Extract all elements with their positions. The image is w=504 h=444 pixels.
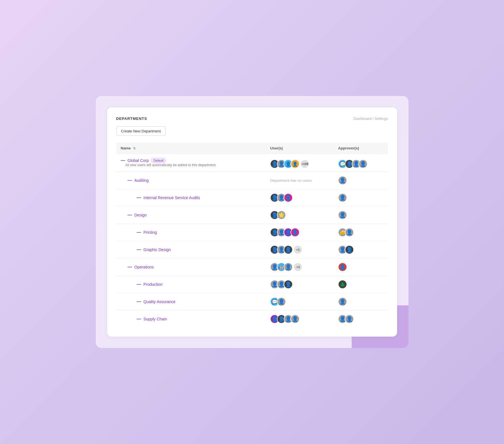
dept-name-auditing: — Auditing — [121, 178, 261, 183]
table-header-row: Name ⇅ User(s) Approver(s) — [116, 143, 388, 154]
dept-name-quality-assurance: — Quality Assurance — [121, 299, 261, 304]
departments-table: Name ⇅ User(s) Approver(s) — Global Corp… — [116, 143, 388, 328]
table-row: — Supply Chain 👤 👤 👤 👤 — [116, 310, 388, 328]
avatar-stack: 👤 — [338, 176, 383, 185]
avatar: 👤 — [291, 159, 300, 168]
no-users-text: Department has no users. — [270, 178, 313, 183]
users-cell-operations: 👤 🤖 👤 +3 — [266, 259, 333, 276]
dept-name-cell: — Operations — [116, 259, 266, 276]
table-row: — Global Corp Default All new users will… — [116, 154, 388, 172]
avatar-stack: 👤 — [338, 262, 383, 272]
avatar-stack: 👤 — [338, 210, 383, 220]
avatar: 👤 — [338, 262, 347, 272]
avatar: 👤 — [338, 193, 347, 202]
avatar-stack: 👤 — [338, 193, 383, 202]
avatar: 👤 — [284, 245, 293, 254]
users-cell-irs: 👤 👤 👤 — [266, 189, 333, 207]
page-wrapper: DEPARTMENTS Dashboard / Settings Create … — [96, 96, 408, 348]
avatar-stack: 👤 👤 — [338, 245, 383, 254]
global-corp-description: All new users will automatically be adde… — [121, 163, 261, 170]
dept-name-cell: — Internal Revenue Service Audits — [116, 189, 266, 207]
dept-name-cell: — Supply Chain — [116, 310, 266, 328]
avatar: 👤 — [358, 159, 368, 168]
avatar: 🌟 — [277, 210, 286, 220]
approvers-cell-operations: 👤 — [333, 259, 388, 276]
dept-name-irs-audits: — Internal Revenue Service Audits — [121, 195, 261, 200]
avatar-stack: 👤 👤 👤 — [270, 280, 329, 289]
users-cell-global-corp: 👤 👤 👤 👤 +109 — [266, 154, 333, 172]
avatar: 👤 — [291, 228, 300, 237]
avatar: 👤 — [291, 314, 300, 324]
avatar: 👤 — [338, 176, 347, 185]
dept-name-graphic-design: — Graphic Design — [121, 247, 261, 252]
col-header-name: Name ⇅ — [116, 143, 266, 154]
dept-name-printing: — Printing — [121, 230, 261, 235]
dept-name-cell: — Graphic Design — [116, 241, 266, 259]
avatar-stack: 👤 👤 👤 👤 — [270, 314, 329, 324]
avatar-stack: 💬 👤 👤 👤 — [338, 159, 383, 168]
card-header: DEPARTMENTS Dashboard / Settings — [116, 116, 388, 121]
avatar-stack: 👤 🌟 — [270, 210, 329, 220]
avatar: 👤 — [338, 297, 347, 306]
sort-icon[interactable]: ⇅ — [133, 147, 136, 150]
users-count: +3 — [293, 262, 302, 272]
dept-name-cell: — Auditing — [116, 172, 266, 189]
avatar-stack: 💬 👤 — [270, 297, 329, 306]
table-row: — Operations 👤 🤖 👤 +3 — [116, 259, 388, 276]
dept-name-cell: — Global Corp Default All new users will… — [116, 154, 266, 172]
table-row: — Graphic Design 👤 👤 👤 +1 — [116, 241, 388, 259]
avatar-stack: 👤 👤 👤 +1 — [270, 245, 329, 254]
table-row: — Auditing Department has no users. 👤 — [116, 172, 388, 189]
page-title: DEPARTMENTS — [116, 116, 147, 121]
approvers-cell-graphic-design: 👤 👤 — [333, 241, 388, 259]
avatar-stack: 👤 🤖 👤 +3 — [270, 262, 329, 272]
breadcrumb: Dashboard / Settings — [353, 116, 388, 121]
approvers-cell-printing: 🧀 👤 — [333, 224, 388, 241]
avatar: 👤 — [345, 314, 354, 324]
default-badge: Default — [151, 158, 166, 163]
approvers-cell-supply-chain: 👤 👤 — [333, 310, 388, 328]
users-count: +1 — [293, 245, 302, 254]
table-row: — Production 👤 👤 👤 🌲 — [116, 276, 388, 293]
avatar: 👤 — [345, 228, 354, 237]
users-cell-production: 👤 👤 👤 — [266, 276, 333, 293]
table-row: — Quality Assurance 💬 👤 👤 — [116, 293, 388, 310]
users-cell-auditing: Department has no users. — [266, 172, 333, 189]
approvers-cell-irs: 👤 — [333, 189, 388, 207]
dept-name-operations: — Operations — [121, 264, 261, 270]
table-row: — Design 👤 🌟 👤 — [116, 207, 388, 224]
avatar-stack: 👤 👤 👤 👤 +109 — [270, 159, 329, 168]
users-cell-printing: 👤 👤 👤 👤 — [266, 224, 333, 241]
create-new-department-button[interactable]: Create New Department — [116, 126, 166, 136]
dept-name-production: — Production — [121, 282, 261, 287]
users-cell-qa: 💬 👤 — [266, 293, 333, 310]
avatar-stack: 🌲 — [338, 280, 383, 289]
main-card: DEPARTMENTS Dashboard / Settings Create … — [107, 107, 397, 337]
approvers-cell-design: 👤 — [333, 207, 388, 224]
dept-name-cell: — Printing — [116, 224, 266, 241]
users-count: +109 — [300, 159, 309, 168]
avatar: 👤 — [345, 245, 354, 254]
table-row: — Printing 👤 👤 👤 👤 — [116, 224, 388, 241]
approvers-cell-global-corp: 💬 👤 👤 👤 — [333, 154, 388, 172]
approvers-cell-qa: 👤 — [333, 293, 388, 310]
col-header-users: User(s) — [266, 143, 333, 154]
col-header-approvers: Approver(s) — [333, 143, 388, 154]
avatar: 👤 — [284, 193, 293, 202]
avatar: 🌲 — [338, 280, 347, 289]
approvers-cell-auditing: 👤 — [333, 172, 388, 189]
avatar: 👤 — [277, 297, 286, 306]
users-cell-graphic-design: 👤 👤 👤 +1 — [266, 241, 333, 259]
avatar: 👤 — [284, 280, 293, 289]
avatar-stack: 🧀 👤 — [338, 228, 383, 237]
table-row: — Internal Revenue Service Audits 👤 👤 👤 — [116, 189, 388, 207]
users-cell-supply-chain: 👤 👤 👤 👤 — [266, 310, 333, 328]
dept-name-cell: — Production — [116, 276, 266, 293]
avatar-stack: 👤 👤 — [338, 314, 383, 324]
avatar-stack: 👤 👤 👤 — [270, 193, 329, 202]
approvers-cell-production: 🌲 — [333, 276, 388, 293]
avatar: 👤 — [338, 210, 347, 220]
dept-name-supply-chain: — Supply Chain — [121, 316, 261, 322]
avatar-stack: 👤 👤 👤 👤 — [270, 228, 329, 237]
avatar: 👤 — [284, 262, 293, 272]
